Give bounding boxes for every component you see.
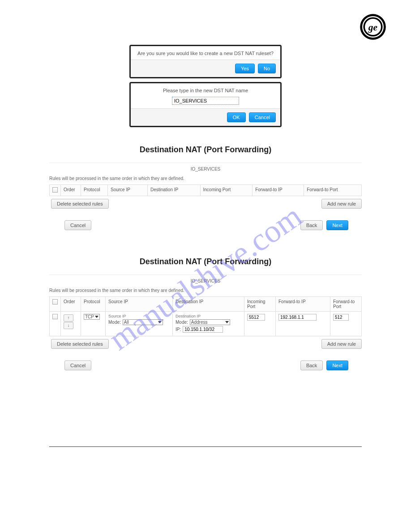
- next-button-2[interactable]: Next: [326, 360, 348, 370]
- incoming-port-input[interactable]: [247, 314, 265, 321]
- chevron-down-icon: [158, 321, 162, 323]
- forward-ip-input[interactable]: [278, 314, 317, 321]
- dest-mode-value: Address: [191, 320, 208, 325]
- source-mode-value: All: [124, 320, 129, 325]
- processing-note: Rules will be processed in the same orde…: [49, 176, 362, 181]
- confirm-message: Are you sure you would like to create a …: [131, 46, 280, 60]
- row-checkbox[interactable]: [52, 314, 58, 319]
- move-down-button[interactable]: ↓: [64, 322, 73, 329]
- col-inport: Incoming Port: [200, 185, 253, 196]
- next-button[interactable]: Next: [326, 220, 348, 230]
- col-protocol: Protocol: [81, 185, 108, 196]
- page-footer-rule: [49, 446, 362, 447]
- protocol-value: TCP: [85, 314, 94, 319]
- confirm-dialog: Are you sure you would like to create a …: [129, 45, 282, 78]
- name-dialog: Please type in the new DST NAT name OK C…: [129, 82, 282, 127]
- forward-port-input[interactable]: [333, 314, 349, 321]
- rules-table: Order Protocol Source IP Destination IP …: [49, 184, 362, 196]
- add-rule-button-2[interactable]: Add new rule: [321, 339, 362, 349]
- svg-text:ge: ge: [368, 22, 378, 33]
- cancel-button-2[interactable]: Cancel: [64, 360, 91, 370]
- chevron-down-icon: [225, 321, 229, 323]
- col-protocol-2: Protocol: [81, 297, 106, 312]
- name-prompt: Please type in the new DST NAT name: [131, 83, 280, 97]
- page-title: Destination NAT (Port Forwarding): [49, 145, 362, 154]
- name-buttons: OK Cancel: [131, 108, 280, 126]
- col-fwdip: Forward-to IP: [253, 185, 304, 196]
- confirm-buttons: Yes No: [131, 60, 280, 77]
- processing-note-2: Rules will be processed in the same orde…: [49, 288, 362, 293]
- dest-mode-select[interactable]: Address: [190, 319, 230, 325]
- page-title-2: Destination NAT (Port Forwarding): [49, 257, 362, 266]
- back-button-2[interactable]: Back: [300, 360, 323, 370]
- chevron-down-icon: [95, 316, 98, 318]
- protocol-select[interactable]: TCP: [84, 314, 100, 320]
- add-rule-button[interactable]: Add new rule: [321, 199, 362, 209]
- dest-mode-label: Mode:: [176, 320, 188, 325]
- col-fwdip-2: Forward-to IP: [276, 297, 330, 312]
- select-all-checkbox-2[interactable]: [52, 299, 58, 305]
- delete-selected-button[interactable]: Delete selected rules: [51, 199, 109, 209]
- source-mode-select[interactable]: All: [123, 319, 163, 325]
- ruleset-name: IO_SERVICES: [49, 163, 362, 173]
- source-mode-label: Mode:: [108, 320, 121, 325]
- col-destip-2: Destination IP: [173, 297, 244, 312]
- rules-table-2: Order Protocol Source IP Destination IP …: [49, 296, 362, 336]
- col-order: Order: [61, 185, 81, 196]
- table-row: ↑ ↓ TCP Source IP Mode: All: [50, 312, 362, 336]
- col-order-2: Order: [61, 297, 81, 312]
- col-fwdport: Forward-to Port: [304, 185, 362, 196]
- ok-button[interactable]: OK: [227, 112, 246, 122]
- nat-section-empty: Destination NAT (Port Forwarding) IO_SER…: [49, 145, 362, 230]
- move-up-button[interactable]: ↑: [64, 314, 73, 322]
- cancel-button[interactable]: Cancel: [64, 220, 91, 230]
- dest-ip-label: IP:: [176, 327, 181, 332]
- col-fwdport-2: Forward-to Port: [330, 297, 362, 312]
- ruleset-name-input[interactable]: [172, 97, 239, 105]
- back-button[interactable]: Back: [300, 220, 323, 230]
- dest-ip-legend: Destination IP: [176, 314, 241, 318]
- nat-section-populated: Destination NAT (Port Forwarding) IO_SER…: [49, 257, 362, 370]
- source-ip-legend: Source IP: [108, 314, 170, 318]
- yes-button[interactable]: Yes: [235, 64, 255, 73]
- dest-ip-input[interactable]: [183, 326, 223, 333]
- select-all-checkbox[interactable]: [52, 187, 58, 193]
- ruleset-name-2: IO_SERVICES: [49, 275, 362, 285]
- ge-logo: ge: [360, 13, 386, 40]
- col-sourceip-2: Source IP: [106, 297, 173, 312]
- col-destip: Destination IP: [147, 185, 200, 196]
- col-sourceip: Source IP: [108, 185, 148, 196]
- cancel-dialog-button[interactable]: Cancel: [249, 112, 276, 122]
- delete-selected-button-2[interactable]: Delete selected rules: [51, 339, 109, 349]
- no-button[interactable]: No: [258, 64, 276, 73]
- col-inport-2: Incoming Port: [244, 297, 276, 312]
